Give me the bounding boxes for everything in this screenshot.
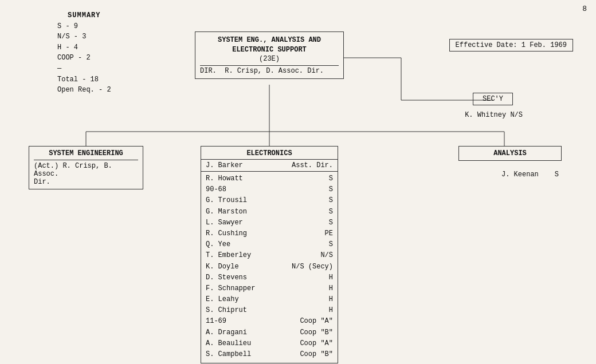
electronics-asst-name: J. Barker bbox=[206, 161, 243, 169]
summary-ns: N/S - 3 bbox=[57, 31, 111, 42]
list-item: R. HowattS bbox=[206, 173, 333, 184]
electronics-staff-list: R. HowattS90-68SG. TrousilSG. MarstonSL.… bbox=[201, 172, 338, 363]
staff-name: A. Dragani bbox=[206, 327, 269, 338]
staff-name: K. Doyle bbox=[206, 262, 269, 272]
analysis-box: ANALYSIS bbox=[458, 146, 562, 161]
staff-type: PE bbox=[325, 228, 333, 239]
staff-type: S bbox=[329, 217, 333, 228]
list-item: D. StevensH bbox=[206, 272, 333, 283]
list-item: S. ChiprutH bbox=[206, 305, 333, 316]
staff-type: S bbox=[329, 184, 333, 195]
sys-eng-staff: (Act.) R. Crisp, B. Assoc. Dir. bbox=[34, 160, 138, 186]
summary-divider: — bbox=[57, 64, 111, 74]
staff-type: Coop "B" bbox=[300, 327, 333, 338]
page-number: 8 bbox=[582, 5, 587, 13]
staff-name: T. Emberley bbox=[206, 250, 269, 261]
list-item: G. TrousilS bbox=[206, 195, 333, 206]
staff-name: Q. Yee bbox=[206, 239, 269, 250]
summary-open-req: Open Req. - 2 bbox=[57, 85, 111, 96]
staff-name: G. Trousil bbox=[206, 195, 269, 206]
staff-name: R. Howatt bbox=[206, 173, 269, 184]
secy-staff-name: K. Whitney bbox=[465, 111, 506, 119]
sys-eng-title: SYSTEM ENGINEERING bbox=[34, 149, 138, 157]
summary-coop: COOP - 2 bbox=[57, 53, 111, 64]
staff-name: F. Schnapper bbox=[206, 283, 269, 294]
list-item: G. MarstonS bbox=[206, 207, 333, 217]
secy-box: SEC'Y bbox=[473, 93, 513, 105]
summary-box: SUMMARY S - 9 N/S - 3 H - 4 COOP - 2 — T… bbox=[57, 10, 111, 96]
list-item: T. EmberleyN/S bbox=[206, 250, 333, 261]
secy-staff: K. Whitney N/S bbox=[465, 111, 523, 119]
root-code: (23E) bbox=[200, 55, 339, 63]
list-item: F. SchnapperH bbox=[206, 283, 333, 294]
list-item: K. DoyleN/S (Secy) bbox=[206, 262, 333, 272]
staff-type: S bbox=[329, 239, 333, 250]
staff-name: D. Stevens bbox=[206, 272, 269, 283]
list-item: E. LeahyH bbox=[206, 294, 333, 305]
effective-date-value: 1 Feb. 1969 bbox=[522, 41, 567, 49]
list-item: A. BeaulieuCoop "A" bbox=[206, 338, 333, 349]
summary-total: Total - 18 bbox=[57, 74, 111, 85]
summary-title: SUMMARY bbox=[57, 10, 111, 21]
list-item: 11-69Coop "A" bbox=[206, 316, 333, 327]
electronics-asst-row: J. Barker Asst. Dir. bbox=[201, 160, 338, 172]
staff-name: S. Campbell bbox=[206, 349, 269, 360]
electronics-title: ELECTRONICS bbox=[201, 147, 338, 160]
list-item: R. CushingPE bbox=[206, 228, 333, 239]
analysis-staff-type: S bbox=[555, 171, 559, 179]
staff-name: A. Beaulieu bbox=[206, 338, 269, 349]
analysis-title: ANALYSIS bbox=[464, 149, 556, 157]
analysis-staff-name: J. Keenan bbox=[501, 171, 539, 179]
staff-type: N/S (Secy) bbox=[292, 262, 333, 272]
staff-type: S bbox=[329, 173, 333, 184]
staff-type: Coop "A" bbox=[300, 316, 333, 327]
effective-date-box: Effective Date: 1 Feb. 1969 bbox=[449, 39, 573, 52]
sys-eng-box: SYSTEM ENGINEERING (Act.) R. Crisp, B. A… bbox=[29, 146, 143, 189]
staff-type: H bbox=[329, 272, 333, 283]
secy-staff-type: N/S bbox=[510, 111, 523, 119]
staff-name: 90-68 bbox=[206, 184, 269, 195]
electronics-box: ELECTRONICS J. Barker Asst. Dir. R. Howa… bbox=[201, 146, 338, 363]
staff-type: H bbox=[329, 294, 333, 305]
list-item: A. DraganiCoop "B" bbox=[206, 327, 333, 338]
staff-name: E. Leahy bbox=[206, 294, 269, 305]
root-title: SYSTEM ENG., ANALYSIS AND ELECTRONIC SUP… bbox=[200, 35, 339, 55]
staff-type: S bbox=[329, 207, 333, 217]
list-item: 90-68S bbox=[206, 184, 333, 195]
secy-label: SEC'Y bbox=[483, 95, 503, 103]
staff-type: Coop "A" bbox=[300, 338, 333, 349]
root-dir-value: R. Crisp, D. Assoc. Dir. bbox=[225, 67, 324, 75]
analysis-staff: J. Keenan S bbox=[501, 171, 559, 179]
staff-type: H bbox=[329, 283, 333, 294]
staff-type: N/S bbox=[320, 250, 333, 261]
root-dir-label: DIR. bbox=[200, 67, 217, 75]
effective-date-label: Effective Date: bbox=[456, 41, 517, 49]
list-item: S. CampbellCoop "B" bbox=[206, 349, 333, 360]
staff-type: H bbox=[329, 305, 333, 316]
root-dir: DIR. R. Crisp, D. Assoc. Dir. bbox=[200, 65, 339, 75]
staff-type: S bbox=[329, 195, 333, 206]
list-item: L. SawyerS bbox=[206, 217, 333, 228]
summary-h: H - 4 bbox=[57, 42, 111, 53]
staff-name: L. Sawyer bbox=[206, 217, 269, 228]
list-item: Q. YeeS bbox=[206, 239, 333, 250]
electronics-asst-title: Asst. Dir. bbox=[292, 161, 333, 169]
staff-name: R. Cushing bbox=[206, 228, 269, 239]
summary-s: S - 9 bbox=[57, 21, 111, 32]
root-box: SYSTEM ENG., ANALYSIS AND ELECTRONIC SUP… bbox=[195, 31, 344, 79]
staff-type: Coop "B" bbox=[300, 349, 333, 360]
staff-name: 11-69 bbox=[206, 316, 269, 327]
staff-name: S. Chiprut bbox=[206, 305, 269, 316]
staff-name: G. Marston bbox=[206, 207, 269, 217]
page-container: 8 SUMMARY S - 9 N/S - 3 H - 4 COOP - 2 —… bbox=[0, 0, 596, 364]
